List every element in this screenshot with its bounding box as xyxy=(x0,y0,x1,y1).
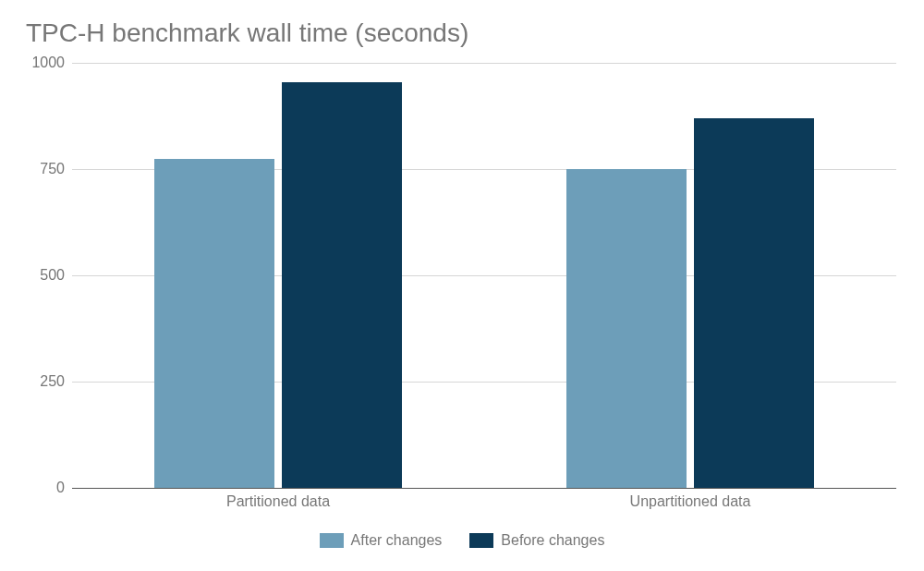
bar-unpartitioned-after xyxy=(566,169,686,488)
grid-line-1000 xyxy=(72,63,896,64)
y-tick-500: 500 xyxy=(22,267,65,284)
chart-title: TPC-H benchmark wall time (seconds) xyxy=(22,18,902,48)
legend-swatch-before xyxy=(469,533,493,548)
y-tick-0: 0 xyxy=(22,480,65,496)
y-tick-250: 250 xyxy=(22,373,65,390)
x-label-partitioned: Partitioned data xyxy=(226,493,330,510)
legend-item-before: Before changes xyxy=(469,532,604,549)
y-tick-750: 750 xyxy=(22,161,65,177)
y-tick-1000: 1000 xyxy=(22,55,65,71)
legend-swatch-after xyxy=(320,533,344,548)
legend-label-before: Before changes xyxy=(501,532,604,549)
bar-partitioned-before xyxy=(282,82,401,488)
x-label-unpartitioned: Unpartitioned data xyxy=(630,493,751,510)
bar-unpartitioned-before xyxy=(694,118,813,488)
chart-container: TPC-H benchmark wall time (seconds) 1000… xyxy=(0,0,924,571)
plot-area: 1000 750 500 250 0 xyxy=(72,63,896,488)
legend-item-after: After changes xyxy=(320,532,443,549)
legend-label-after: After changes xyxy=(351,532,443,549)
bar-partitioned-after xyxy=(154,159,274,489)
x-axis-labels: Partitioned data Unpartitioned data xyxy=(72,488,896,516)
chart-legend: After changes Before changes xyxy=(22,532,902,549)
